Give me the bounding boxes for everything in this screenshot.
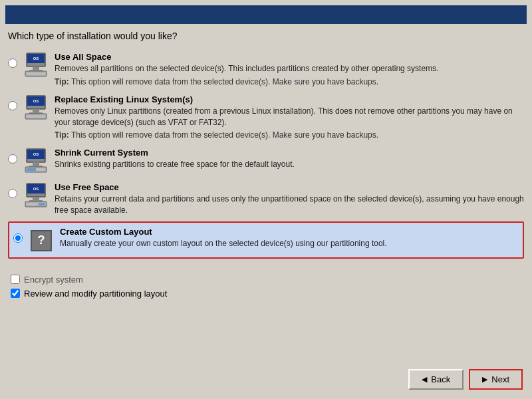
replace-linux-icon: OS (23, 94, 49, 121)
create-custom-icon: ? (28, 227, 55, 253)
svg-rect-21 (36, 168, 45, 171)
replace-linux-text: Replace Existing Linux System(s) Removes… (55, 94, 524, 140)
bottom-buttons: ◀ Back ▶ Next (408, 369, 523, 390)
svg-rect-29 (39, 203, 45, 205)
use-all-space-tip: Tip: This option will remove data from t… (55, 77, 524, 86)
use-free-space-title: Use Free Space (55, 182, 524, 192)
shrink-current-desc: Shrinks existing partitions to create fr… (55, 159, 524, 170)
use-free-space-desc: Retains your current data and partitions… (55, 194, 524, 216)
svg-rect-25 (33, 197, 39, 200)
create-custom-desc: Manually create your own custom layout o… (60, 238, 519, 249)
svg-rect-10 (33, 109, 39, 112)
encrypt-system-row[interactable]: Encrypt system (11, 275, 524, 285)
back-arrow-icon: ◀ (422, 375, 427, 384)
encrypt-system-label: Encrypt system (24, 275, 83, 285)
use-free-space-text: Use Free Space Retains your current data… (55, 182, 524, 216)
option-use-free-space[interactable]: OS Use Free Space Retains your current d… (8, 180, 524, 219)
radio-create-custom[interactable] (13, 233, 23, 243)
next-label: Next (491, 374, 509, 384)
create-custom-title: Create Custom Layout (60, 227, 519, 237)
back-button[interactable]: ◀ Back (408, 369, 464, 390)
svg-rect-13 (27, 115, 45, 118)
radio-replace-linux[interactable] (8, 101, 17, 110)
use-all-space-icon: OS (23, 52, 49, 78)
review-partitioning-row[interactable]: Review and modify partitioning layout (11, 289, 524, 299)
svg-rect-28 (27, 203, 39, 205)
review-partitioning-checkbox[interactable] (11, 289, 20, 298)
review-partitioning-label: Review and modify partitioning layout (24, 289, 167, 299)
svg-text:OS: OS (33, 99, 39, 103)
shrink-current-title: Shrink Current System (55, 148, 524, 158)
shrink-current-icon: OS (23, 148, 49, 174)
svg-rect-3 (33, 66, 39, 70)
svg-text:OS: OS (33, 187, 39, 191)
replace-linux-desc: Removes only Linux partitions (created f… (55, 106, 524, 128)
use-all-space-title: Use All Space (55, 52, 524, 62)
checkboxes-section: Encrypt system Review and modify partiti… (8, 275, 524, 299)
back-label: Back (431, 374, 450, 384)
question-mark-icon: ? (31, 230, 52, 251)
option-use-all-space[interactable]: OS Use All Space Removes all partitions … (8, 49, 524, 89)
replace-linux-tip: Tip: This option will remove data from t… (55, 130, 524, 140)
page-question: Which type of installation would you lik… (8, 31, 524, 41)
create-custom-text: Create Custom Layout Manually create you… (60, 227, 519, 249)
svg-rect-20 (27, 168, 36, 171)
svg-text:OS: OS (33, 152, 39, 156)
next-button[interactable]: ▶ Next (469, 369, 523, 390)
radio-shrink-current[interactable] (8, 154, 17, 164)
installation-options: OS Use All Space Removes all partitions … (8, 49, 524, 259)
use-all-space-desc: Removes all partitions on the selected d… (55, 63, 524, 74)
replace-linux-title: Replace Existing Linux System(s) (55, 94, 524, 104)
svg-rect-6 (27, 72, 45, 75)
option-replace-linux[interactable]: OS Replace Existing Linux System(s) Remo… (8, 92, 524, 143)
use-all-space-text: Use All Space Removes all partitions on … (55, 52, 524, 86)
encrypt-system-checkbox[interactable] (11, 275, 20, 284)
radio-use-all-space[interactable] (8, 59, 17, 68)
progress-bar (5, 5, 527, 24)
svg-rect-17 (33, 162, 39, 166)
option-shrink-current[interactable]: OS Shrink Current System Shrinks existin… (8, 145, 524, 177)
radio-use-free-space[interactable] (8, 189, 17, 198)
option-create-custom[interactable]: ? Create Custom Layout Manually create y… (8, 221, 524, 259)
svg-text:OS: OS (33, 57, 39, 61)
next-arrow-icon: ▶ (482, 375, 487, 384)
use-free-space-icon: OS (23, 182, 49, 209)
shrink-current-text: Shrink Current System Shrinks existing p… (55, 148, 524, 170)
